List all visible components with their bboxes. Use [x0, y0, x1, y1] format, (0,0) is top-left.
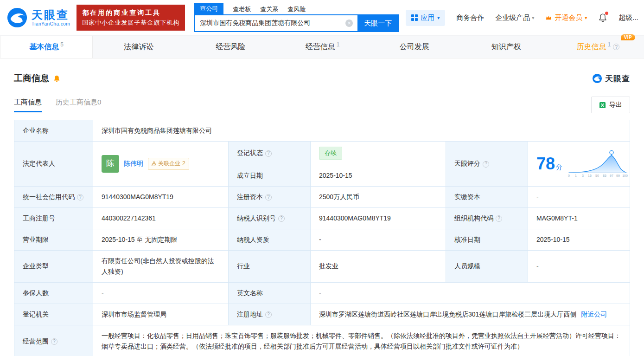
site-header: 天眼查 TianYanCha.com 都在用的商业查询工具 国家中小企业发展子基… [0, 0, 644, 35]
field-label-reg-authority: 登记机关 [14, 304, 93, 325]
tab-legal-proceedings[interactable]: 法律诉讼 [93, 36, 185, 58]
field-value-credit-code: 91440300MAG0M8YT19 [93, 186, 229, 207]
field-label-taxpayer-quality: 纳税人资质 [229, 229, 311, 250]
field-value-taxpayer-id: 91440300MAG0M8YT19 [311, 207, 446, 229]
tab-history-info[interactable]: VIP 历史信息 1 ? [552, 36, 644, 58]
field-label-insured-count: 参保人数 [14, 283, 93, 304]
help-icon[interactable]: ? [265, 311, 272, 318]
search-area: 查公司 查老板 查关系 查风险 × 天眼一下 [194, 3, 399, 32]
field-value-legal-rep: 陈 陈伟明 关联企业 2 [93, 142, 229, 187]
subscribe-bell-icon[interactable] [53, 75, 61, 83]
help-icon[interactable]: ? [77, 194, 83, 201]
help-icon[interactable]: ? [613, 44, 619, 50]
top-nav: 应用 ▾ 商务合作 企业级产品 ▾ 开通会员 ▾ 超级... [406, 10, 638, 26]
field-value-business-scope: 一般经营项目：化妆品零售；日用品销售；珠宝首饰零售；服装服饰批发；机械零件、零部… [93, 325, 630, 356]
notification-bell-icon[interactable] [598, 13, 607, 23]
field-value-reg-address: 深圳市罗湖区莲塘街道西岭社区莲塘口岸出境免税店301莲塘口岸旅检楼三层出境大厅西… [311, 304, 630, 325]
help-icon[interactable]: ? [265, 150, 272, 157]
nearby-companies-link[interactable]: 附近公司 [581, 311, 607, 318]
legal-rep-name-link[interactable]: 陈伟明 [124, 158, 143, 169]
tab-basic-info[interactable]: 基本信息5 [0, 36, 93, 58]
tab-company-development[interactable]: 公司发展 [369, 36, 460, 58]
brand-name: 天眼查 [32, 9, 70, 21]
excel-icon [599, 102, 606, 109]
nav-super-member[interactable]: 超级... [618, 13, 638, 22]
export-button[interactable]: 导出 [591, 97, 630, 113]
field-label-credit-code: 统一社会信用代码? [14, 186, 93, 207]
tab-intellectual-property[interactable]: 知识产权 [460, 36, 552, 58]
clear-search-icon[interactable]: × [345, 19, 353, 27]
field-value-reg-status: 存续 [311, 142, 446, 165]
score-number: 78分 [536, 150, 562, 177]
score-curve-chart: 0 1 3 15 50 85 97 99 100 [567, 149, 628, 178]
nav-apps[interactable]: 应用 ▾ [406, 10, 445, 26]
subtab-business-registration[interactable]: 工商信息 [14, 98, 42, 112]
field-value-reg-capital: 2500万人民币 [311, 186, 446, 207]
svg-text:85: 85 [603, 174, 606, 177]
field-value-business-term: 2025-10-15 至 无固定期限 [93, 229, 229, 250]
table-row: 法定代表人 陈 陈伟明 关联企业 2 登记状态? 存续 天眼评分? 78分 [14, 142, 630, 165]
tab-count: 1 [337, 41, 340, 48]
field-label-approved-date: 核准日期 [446, 229, 528, 250]
field-label-business-term: 营业期限 [14, 229, 93, 250]
help-icon[interactable]: ? [51, 338, 57, 345]
help-icon[interactable]: ? [483, 161, 489, 168]
related-companies-tag[interactable]: 关联企业 2 [148, 158, 189, 170]
field-value-score: 78分 0 [528, 142, 630, 187]
field-value-establish-date: 2025-10-15 [311, 165, 446, 186]
tianyancha-watermark: 天眼查 [592, 73, 630, 84]
field-label-reg-capital: 注册资本? [229, 186, 311, 207]
site-logo[interactable]: 天眼查 TianYanCha.com [6, 7, 70, 28]
field-label-english-name: 英文名称 [229, 283, 311, 304]
field-label-paid-capital: 实缴资本 [446, 186, 528, 207]
company-section-tabs: 基本信息5 法律诉讼 经营风险 经营信息1 公司发展 知识产权 VIP 历史信息… [0, 35, 644, 58]
field-label-taxpayer-id: 纳税人识别号? [229, 207, 311, 229]
search-tab-relation[interactable]: 查关系 [260, 5, 278, 14]
help-icon[interactable]: ? [265, 194, 272, 201]
apps-grid-icon [411, 14, 418, 21]
search-button[interactable]: 天眼一下 [357, 15, 398, 31]
svg-text:3: 3 [582, 174, 584, 177]
chevron-down-icon: ▾ [585, 15, 587, 20]
field-label-reg-status: 登记状态? [229, 142, 311, 165]
field-value-taxpayer-quality: - [311, 229, 446, 250]
search-tab-boss[interactable]: 查老板 [233, 5, 251, 14]
table-row: 工商注册号 440300227142361 纳税人识别号? 91440300MA… [14, 207, 630, 229]
field-value-approved-date: 2025-10-15 [528, 229, 630, 250]
subtab-history-registration[interactable]: 历史工商信息0 [56, 98, 101, 112]
crown-icon [545, 14, 552, 21]
legal-rep-avatar[interactable]: 陈 [102, 155, 119, 173]
field-label-org-code: 组织机构代码? [446, 207, 528, 229]
table-row: 营业期限 2025-10-15 至 无固定期限 纳税人资质 - 核准日期 202… [14, 229, 630, 250]
search-input[interactable] [195, 15, 345, 31]
tab-count: 1 [608, 41, 611, 48]
field-value-paid-capital: - [528, 186, 630, 207]
tab-business-risk[interactable]: 经营风险 [185, 36, 276, 58]
table-row: 参保人数 - 英文名称 - [14, 283, 630, 304]
field-label-reg-address: 注册地址? [229, 304, 311, 325]
field-value-company-type: 有限责任公司(非自然人投资或控股的法人独资) [93, 250, 229, 282]
field-label-staff-size: 人员规模 [446, 250, 528, 282]
table-row: 企业名称 深圳市国有免税商品集团莲塘有限公司 [14, 120, 630, 142]
nav-enterprise-products[interactable]: 企业级产品 ▾ [495, 13, 534, 22]
promo-banner: 都在用的商业查询工具 国家中小企业发展子基金旗下机构 [77, 5, 185, 31]
nav-business-cooperation[interactable]: 商务合作 [456, 13, 484, 22]
watermark-text: 天眼查 [605, 73, 630, 84]
search-tab-risk[interactable]: 查风险 [287, 5, 306, 14]
field-value-staff-size: - [528, 250, 630, 282]
help-icon[interactable]: ? [496, 215, 502, 222]
svg-text:97: 97 [610, 174, 613, 177]
field-value-reg-number: 440300227142361 [93, 207, 229, 229]
nav-open-membership[interactable]: 开通会员 ▾ [545, 13, 587, 22]
tab-business-info[interactable]: 经营信息1 [276, 36, 368, 58]
promo-line2: 国家中小企业发展子基金旗下机构 [82, 18, 179, 27]
field-value-company-name: 深圳市国有免税商品集团莲塘有限公司 [93, 120, 630, 142]
subtab-row: 工商信息 历史工商信息0 导出 [14, 97, 630, 113]
svg-text:50: 50 [595, 174, 599, 177]
field-label-company-type: 企业类型 [14, 250, 93, 282]
field-value-insured-count: - [93, 283, 229, 304]
field-label-company-name: 企业名称 [14, 120, 93, 142]
field-value-org-code: MAG0M8YT-1 [528, 207, 630, 229]
help-icon[interactable]: ? [278, 215, 285, 222]
search-tab-company[interactable]: 查公司 [194, 3, 223, 14]
